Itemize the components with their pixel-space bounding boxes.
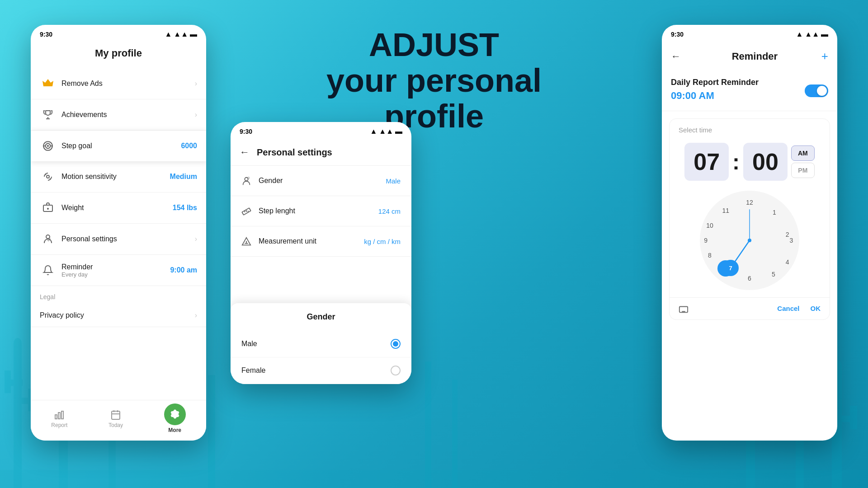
step-length-value: 124 cm [378, 207, 401, 215]
keyboard-icon[interactable] [679, 303, 689, 314]
clock-circle: 12 1 2 3 4 5 6 7 8 [700, 191, 799, 290]
gender-option-female[interactable]: Female [231, 357, 411, 384]
menu-item-step-goal[interactable]: Step goal 6000 [31, 131, 206, 161]
svg-point-45 [46, 235, 50, 239]
add-reminder-button[interactable]: + [821, 49, 828, 63]
target-icon [40, 138, 56, 154]
privacy-policy-label: Privacy policy [40, 311, 195, 319]
svg-rect-49 [112, 411, 120, 419]
step-length-label: Step lenght [259, 207, 378, 215]
profile-title: My profile [31, 42, 206, 68]
gender-value: Male [386, 177, 401, 185]
pm-button[interactable]: PM [791, 163, 815, 178]
settings-item-step-length[interactable]: Step lenght 124 cm [231, 196, 411, 226]
time-colon: : [732, 150, 740, 174]
menu-item-remove-ads[interactable]: Remove Ads › [31, 68, 206, 99]
ruler-icon [241, 205, 251, 217]
settings-item-measurement[interactable]: Measurement unit kg / cm / km [231, 226, 411, 257]
menu-item-motion[interactable]: Motion sensitivity Medium [31, 161, 206, 192]
menu-item-achievements[interactable]: Achievements › [31, 99, 206, 131]
menu-item-weight[interactable]: Weight 154 lbs [31, 192, 206, 224]
motion-icon [40, 169, 56, 185]
center-wifi-icon: ▲ [370, 127, 377, 136]
svg-rect-25 [850, 406, 857, 429]
menu-item-privacy-policy[interactable]: Privacy policy › [31, 304, 206, 327]
clock-hands-svg: 7 [700, 191, 799, 290]
am-button[interactable]: AM [791, 145, 815, 161]
calendar-icon [110, 408, 121, 420]
personal-settings-label: Personal settings [61, 235, 195, 243]
right-wifi-icon: ▲ [796, 30, 803, 38]
center-status-bar: 9:30 ▲ ▲▲ ▬ [231, 122, 411, 139]
achievements-label: Achievements [61, 111, 195, 119]
left-status-icons: ▲ ▲▲ ▬ [165, 30, 197, 38]
bottom-nav: Report Today More [31, 400, 206, 441]
gender-option-male[interactable]: Male [231, 331, 411, 357]
scale-icon [40, 200, 56, 216]
gender-label: Gender [259, 177, 386, 185]
reminder-page-title: Reminder [688, 51, 821, 62]
wifi-icon: ▲ [165, 30, 172, 38]
bell-icon [40, 262, 56, 278]
chevron-icon-3: › [195, 235, 197, 243]
heading-line1: ADJUST [369, 27, 499, 63]
crown-icon [40, 75, 56, 92]
nav-item-more[interactable]: More [164, 404, 186, 433]
step-goal-value: 6000 [181, 142, 197, 150]
legal-section-label: Legal [31, 286, 206, 304]
reminder-back-button[interactable]: ← [671, 51, 681, 62]
svg-point-38 [47, 145, 48, 146]
picker-actions: Cancel OK [777, 305, 821, 312]
time-picker-wrapper: Select time 07 : 00 AM PM 12 1 [662, 118, 837, 320]
more-active-bg [164, 404, 186, 425]
svg-rect-48 [61, 411, 63, 419]
reminder-sublabel: Every day [61, 271, 170, 278]
motion-label: Motion sensitivity [61, 173, 170, 181]
toggle-switch [805, 84, 828, 97]
signal-icon: ▲▲ [174, 30, 188, 38]
right-battery-icon: ▬ [821, 30, 828, 38]
heading-line2: your personal [326, 62, 542, 99]
center-phone: 9:30 ▲ ▲▲ ▬ ← Personal settings Gender M… [231, 122, 411, 384]
svg-point-55 [248, 177, 250, 179]
left-time: 9:30 [40, 31, 52, 38]
hours-display[interactable]: 07 [684, 143, 729, 181]
time-picker: Select time 07 : 00 AM PM 12 1 [669, 118, 830, 320]
right-time: 9:30 [671, 31, 684, 38]
weight-label: Weight [61, 204, 173, 212]
center-status-icons: ▲ ▲▲ ▬ [370, 127, 402, 136]
menu-item-reminder[interactable]: Reminder Every day 9:00 am [31, 255, 206, 286]
nav-item-today[interactable]: Today [108, 408, 123, 428]
center-heading: ADJUST your personal profile [326, 27, 542, 135]
right-status-bar: 9:30 ▲ ▲▲ ▬ [662, 25, 837, 42]
svg-point-41 [47, 175, 49, 178]
step-goal-label: Step goal [61, 142, 181, 150]
gender-icon [241, 175, 251, 187]
bar-chart-icon [54, 408, 65, 420]
back-button[interactable]: ← [240, 146, 250, 158]
menu-item-personal-settings[interactable]: Personal settings › [31, 224, 206, 255]
svg-point-29 [14, 338, 22, 349]
svg-rect-47 [58, 413, 60, 419]
chevron-icon-4: › [195, 311, 197, 319]
right-status-icons: ▲ ▲▲ ▬ [796, 30, 828, 38]
chevron-icon: › [195, 80, 197, 88]
gender-picker-title: Gender [231, 303, 411, 331]
motion-value: Medium [170, 173, 197, 181]
svg-rect-35 [0, 470, 868, 488]
minutes-display[interactable]: 00 [743, 143, 788, 181]
nav-more-label: More [168, 427, 181, 433]
reminder-toggle[interactable] [805, 84, 828, 97]
reminder-item[interactable]: Daily Report Reminder 09:00 AM [662, 70, 837, 111]
weight-value: 154 lbs [173, 204, 197, 212]
settings-item-gender[interactable]: Gender Male [231, 166, 411, 196]
svg-rect-46 [55, 415, 57, 419]
clock-face: 12 1 2 3 4 5 6 7 8 [700, 191, 799, 290]
nav-item-report[interactable]: Report [51, 408, 67, 428]
measurement-label: Measurement unit [259, 237, 364, 245]
ok-button[interactable]: OK [811, 305, 821, 312]
nav-report-label: Report [51, 422, 67, 428]
cancel-button[interactable]: Cancel [777, 305, 799, 312]
svg-rect-27 [425, 361, 431, 488]
remove-ads-label: Remove Ads [61, 80, 195, 88]
